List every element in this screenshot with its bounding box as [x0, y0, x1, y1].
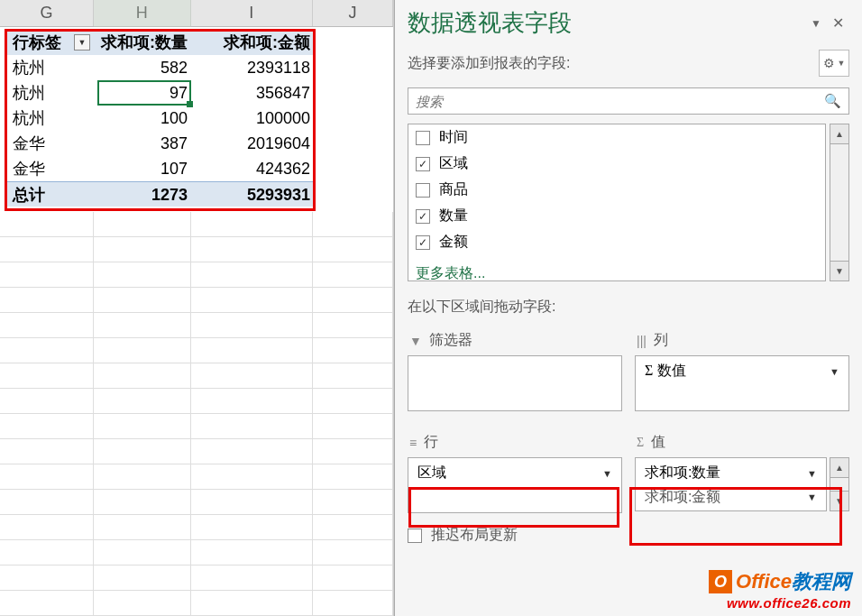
row-labels-header[interactable]: 行标签 ▼	[7, 30, 96, 55]
watermark-logo-icon: O	[709, 570, 732, 593]
table-row[interactable]: 杭州 582 2393118	[7, 55, 316, 80]
defer-update-row: 推迟布局更新	[395, 513, 862, 557]
checkbox-checked-icon[interactable]: ✓	[416, 209, 430, 224]
rows-zone-label: ≡ 行	[408, 428, 622, 457]
panel-dropdown-icon[interactable]: ▼	[805, 15, 827, 32]
field-item-region[interactable]: ✓ 区域	[408, 151, 825, 177]
col-header-h[interactable]: H	[94, 0, 191, 26]
col-header-j[interactable]: J	[313, 0, 393, 26]
rows-zone: ≡ 行 区域 ▼	[408, 428, 622, 513]
scroll-down-icon[interactable]: ▼	[830, 261, 848, 280]
defer-label: 推迟布局更新	[431, 526, 518, 545]
pivot-field-panel: 数据透视表字段 ▼ ✕ 选择要添加到报表的字段: ⚙ ▼ 🔍 时间 ✓ 区域	[394, 0, 862, 616]
pivot-header-row: 行标签 ▼ 求和项:数量 求和项:金额	[7, 30, 316, 55]
values-scrollbar[interactable]: ▲ ▼	[830, 457, 849, 511]
search-input[interactable]	[416, 94, 824, 109]
amt-header[interactable]: 求和项:金额	[193, 30, 316, 55]
field-item-time[interactable]: 时间	[408, 124, 825, 151]
chevron-down-icon: ▼	[838, 59, 846, 68]
col-header-g[interactable]: G	[0, 0, 94, 26]
checkbox-unchecked-icon[interactable]	[416, 131, 430, 145]
row-labels-filter-icon[interactable]: ▼	[74, 34, 90, 51]
field-list-scrollbar[interactable]: ▲ ▼	[830, 124, 849, 281]
qty-header[interactable]: 求和项:数量	[96, 30, 193, 55]
close-icon[interactable]: ✕	[827, 13, 849, 33]
rows-dropzone[interactable]: 区域 ▼	[408, 457, 622, 513]
search-box[interactable]: 🔍	[408, 87, 849, 115]
scroll-down-icon[interactable]: ▼	[830, 491, 848, 510]
chevron-down-icon[interactable]: ▼	[830, 366, 839, 377]
spreadsheet-area: G H I J 行标签 ▼ 求和项:数量 求和项:金额 杭州 582 23931…	[0, 0, 394, 616]
table-row[interactable]: 杭州 97 356847	[7, 80, 316, 106]
checkbox-checked-icon[interactable]: ✓	[416, 235, 430, 250]
values-item-qty[interactable]: 求和项:数量 ▼	[636, 458, 826, 489]
chevron-down-icon[interactable]: ▼	[602, 468, 612, 479]
filter-dropzone[interactable]	[408, 355, 622, 411]
filter-zone: ▼ 筛选器	[408, 326, 622, 411]
field-item-product[interactable]: 商品	[408, 177, 825, 203]
gear-button[interactable]: ⚙ ▼	[819, 50, 849, 77]
filter-icon: ▼	[409, 334, 422, 348]
columns-dropzone[interactable]: Σ 数值 ▼	[635, 355, 849, 411]
watermark-url: www.office26.com	[709, 595, 851, 611]
table-row[interactable]: 金华 107 424362	[7, 156, 316, 181]
column-headers: G H I J	[0, 0, 393, 27]
search-icon[interactable]: 🔍	[824, 93, 841, 109]
panel-subtitle-row: 选择要添加到报表的字段: ⚙ ▼	[395, 42, 862, 84]
drop-zones: ▼ 筛选器 ||| 列 Σ 数值 ▼ ≡ 行	[395, 326, 862, 513]
values-dropzone[interactable]: 求和项:数量 ▼ 求和项:金额 ▼	[635, 457, 827, 511]
values-zone-label: Σ 值	[635, 428, 849, 457]
columns-zone: ||| 列 Σ 数值 ▼	[635, 326, 849, 411]
scroll-up-icon[interactable]: ▲	[830, 458, 848, 478]
rows-item-region[interactable]: 区域 ▼	[408, 458, 621, 488]
scroll-track[interactable]	[830, 478, 848, 491]
gear-icon: ⚙	[823, 56, 835, 70]
table-row[interactable]: 杭州 100 100000	[7, 106, 316, 131]
columns-zone-label: ||| 列	[635, 326, 849, 355]
panel-title: 数据透视表字段	[408, 7, 805, 39]
watermark: O Office教程网 www.office26.com	[709, 568, 851, 611]
rows-icon: ≡	[409, 436, 417, 450]
chevron-down-icon[interactable]: ▼	[807, 492, 817, 502]
scroll-track[interactable]	[830, 144, 848, 261]
field-item-qty[interactable]: ✓ 数量	[408, 203, 825, 229]
filter-zone-label: ▼ 筛选器	[408, 326, 622, 355]
field-item-amt[interactable]: ✓ 金额	[408, 229, 825, 255]
empty-grid	[0, 212, 393, 616]
drag-instruction: 在以下区域间拖动字段:	[395, 281, 862, 326]
sigma-icon: Σ	[637, 436, 644, 450]
checkbox-checked-icon[interactable]: ✓	[416, 157, 430, 171]
field-list: 时间 ✓ 区域 商品 ✓ 数量 ✓ 金额 更多表格...	[408, 124, 826, 281]
columns-icon: |||	[637, 334, 646, 348]
table-row[interactable]: 金华 387 2019604	[7, 131, 316, 156]
values-item-amt[interactable]: 求和项:金额 ▼	[636, 489, 826, 505]
panel-header: 数据透视表字段 ▼ ✕	[395, 0, 862, 42]
col-header-i[interactable]: I	[191, 0, 314, 26]
defer-checkbox[interactable]	[408, 529, 422, 543]
checkbox-unchecked-icon[interactable]	[416, 183, 430, 198]
panel-subtitle: 选择要添加到报表的字段:	[408, 54, 819, 73]
row-labels-text: 行标签	[13, 30, 61, 55]
chevron-down-icon[interactable]: ▼	[807, 468, 817, 479]
scroll-up-icon[interactable]: ▲	[830, 124, 848, 144]
values-zone: Σ 值 求和项:数量 ▼ 求和项:金额 ▼ ▲ ▼	[635, 428, 849, 513]
pivot-table: 行标签 ▼ 求和项:数量 求和项:金额 杭州 582 2393118 杭州 97…	[7, 30, 316, 207]
pivot-total-row[interactable]: 总计 1273 5293931	[7, 181, 316, 207]
columns-item-values[interactable]: Σ 数值 ▼	[636, 356, 848, 386]
